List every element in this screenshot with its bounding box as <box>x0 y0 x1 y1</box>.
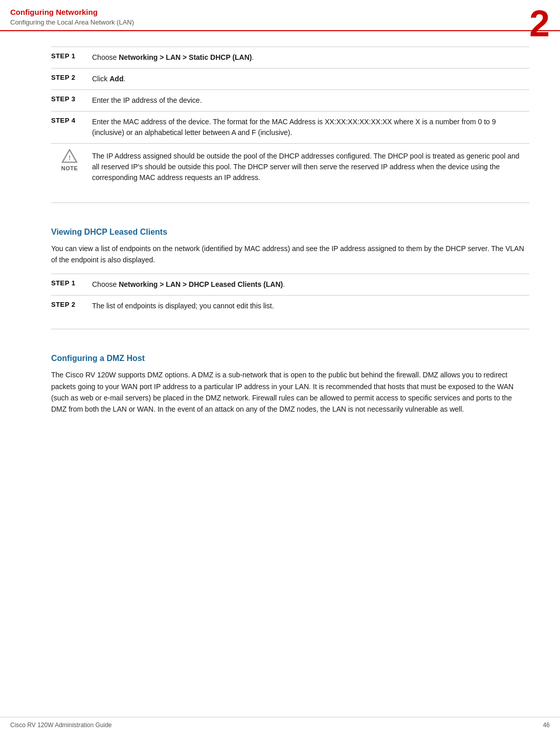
dhcp-step-row-2: STEP 2 The list of endpoints is displaye… <box>51 296 529 317</box>
section-dmz-text: The Cisco RV 120W supports DMZ options. … <box>51 369 529 415</box>
steps-table-1: STEP 1 Choose Networking > LAN > Static … <box>51 47 529 190</box>
step-row-4: STEP 4 Enter the MAC address of the devi… <box>51 111 529 143</box>
step1-bold: Networking > LAN > Static DHCP (LAN) <box>119 53 252 61</box>
step-content-1: Choose Networking > LAN > Static DHCP (L… <box>92 47 529 68</box>
step-content-3: Enter the IP address of the device. <box>92 89 529 111</box>
note-label: NOTE <box>61 165 78 171</box>
note-icon-wrapper: ! NOTE <box>51 149 88 171</box>
section-gap-1 <box>51 203 529 213</box>
page-footer: Cisco RV 120W Administration Guide 46 <box>0 717 560 733</box>
step-row-3: STEP 3 Enter the IP address of the devic… <box>51 89 529 111</box>
page-header: Configuring Networking Configuring the L… <box>0 0 560 31</box>
svg-text:!: ! <box>69 154 71 161</box>
dhcp-step-label-1: STEP 1 <box>51 274 92 296</box>
section-dmz-heading: Configuring a DMZ Host <box>51 354 529 363</box>
dhcp-step-content-1: Choose Networking > LAN > DHCP Leased Cl… <box>92 274 529 296</box>
chapter-subtitle: Configuring the Local Area Network (LAN) <box>10 18 550 30</box>
dhcp-step-label-2: STEP 2 <box>51 296 92 317</box>
page-container: Configuring Networking Configuring the L… <box>0 0 560 743</box>
chapter-number: 2 <box>529 5 550 42</box>
step-label-3: STEP 3 <box>51 89 92 111</box>
note-triangle-icon: ! <box>61 149 78 163</box>
footer-page-number: 46 <box>543 722 550 729</box>
step2-bold: Add <box>109 75 123 83</box>
note-text: The IP Address assigned should be outsid… <box>92 143 529 190</box>
step-content-2: Click Add. <box>92 68 529 89</box>
footer-left-text: Cisco RV 120W Administration Guide <box>10 722 112 729</box>
step-content-4: Enter the MAC address of the device. The… <box>92 111 529 143</box>
chapter-title: Configuring Networking <box>10 7 550 17</box>
step-row-1: STEP 1 Choose Networking > LAN > Static … <box>51 47 529 68</box>
step-label-4: STEP 4 <box>51 111 92 143</box>
step-row-2: STEP 2 Click Add. <box>51 68 529 89</box>
section-dhcp-text: You can view a list of endpoints on the … <box>51 243 529 266</box>
step-label-2: STEP 2 <box>51 68 92 89</box>
note-row: ! NOTE The IP Address assigned should be… <box>51 143 529 190</box>
dhcp-step-content-2: The list of endpoints is displayed; you … <box>92 296 529 317</box>
content-area: STEP 1 Choose Networking > LAN > Static … <box>0 31 560 439</box>
section-gap-2 <box>51 329 529 340</box>
note-icon-cell: ! NOTE <box>51 143 92 190</box>
step-label-1: STEP 1 <box>51 47 92 68</box>
dhcp-step1-bold: Networking > LAN > DHCP Leased Clients (… <box>119 280 283 288</box>
dhcp-step-row-1: STEP 1 Choose Networking > LAN > DHCP Le… <box>51 274 529 296</box>
section-dhcp-heading: Viewing DHCP Leased Clients <box>51 228 529 237</box>
steps-table-dhcp: STEP 1 Choose Networking > LAN > DHCP Le… <box>51 274 529 317</box>
